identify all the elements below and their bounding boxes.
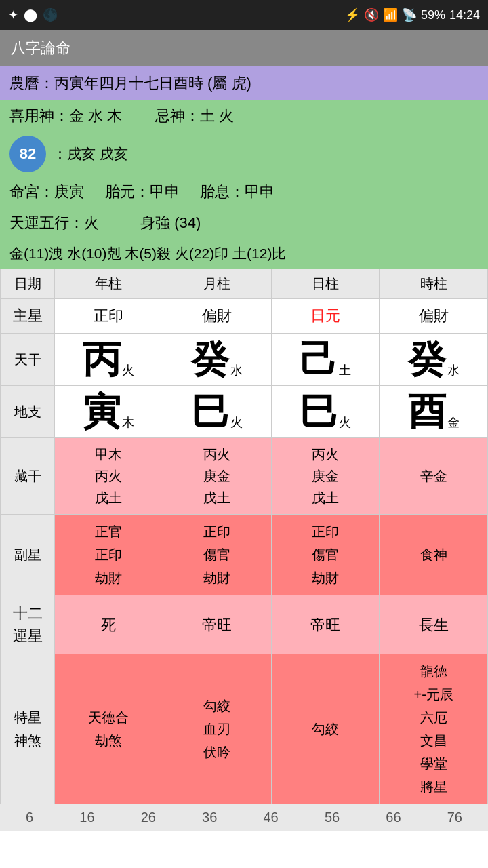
dizhi-yue: 巳 火 bbox=[163, 386, 271, 438]
dizhi-ri-char: 巳 bbox=[300, 393, 338, 431]
dizhi-row: 地支 寅 木 巳 火 巳 火 bbox=[1, 386, 488, 438]
texing-shi: 龍德 +-元辰 六厄 文昌 學堂 將星 bbox=[380, 654, 488, 804]
nayin-section: 82 ：戌亥 戌亥 bbox=[0, 132, 488, 176]
yunxing-nian: 死 bbox=[55, 595, 163, 654]
face-icon: 🌑 bbox=[43, 7, 58, 22]
tianyun-text: 天運五行：火 bbox=[9, 214, 99, 231]
yunxing-ri: 帝旺 bbox=[271, 595, 380, 654]
lunar-date-section: 農曆：丙寅年四月十七日酉時 (屬 虎) bbox=[0, 66, 488, 100]
texing-ri: 勾絞 bbox=[271, 654, 380, 804]
tiangan-ri-char: 己 bbox=[300, 340, 338, 378]
header-nianzhu: 年柱 bbox=[55, 269, 163, 299]
bluetooth-icon: ⚡ bbox=[345, 7, 360, 22]
texing-row: 特星 神煞 天德合 劫煞 勾絞 血刃 伏吟 勾絞 龍德 +-元辰 六厄 文昌 學… bbox=[1, 654, 488, 804]
zhuxing-nian: 正印 bbox=[55, 299, 163, 334]
tiangan-row: 天干 丙 火 癸 水 己 土 bbox=[1, 334, 488, 386]
xiyong-section: 喜用神：金 水 木 忌神：土 火 bbox=[0, 100, 488, 132]
bottom-num-4: 46 bbox=[264, 810, 279, 825]
tiangan-shi-char: 癸 bbox=[408, 340, 446, 378]
label-fuxing: 副星 bbox=[1, 515, 55, 595]
texing-nian: 天德合 劫煞 bbox=[55, 654, 163, 804]
dizhi-nian-char: 寅 bbox=[83, 393, 121, 431]
fiveelements-text: 金(11)洩 水(10)剋 木(5)殺 火(22)印 土(12)比 bbox=[9, 245, 286, 261]
dizhi-nian: 寅 木 bbox=[55, 386, 163, 438]
fuxing-shi: 食神 bbox=[380, 515, 488, 595]
minggong-section: 命宮：庚寅 胎元：甲申 胎息：甲申 bbox=[0, 176, 488, 208]
star-icon: ✦ bbox=[8, 7, 18, 22]
fiveelements-section: 金(11)洩 水(10)剋 木(5)殺 火(22)印 土(12)比 bbox=[0, 239, 488, 269]
shengqiang-text: 身強 (34) bbox=[140, 214, 201, 231]
battery-text: 59% bbox=[421, 8, 445, 22]
tiangan-shi-sub: 水 bbox=[447, 362, 460, 378]
app-title: 八字論命 bbox=[11, 38, 70, 58]
zhuxing-shi: 偏財 bbox=[380, 299, 488, 334]
bottom-num-3: 36 bbox=[202, 810, 217, 825]
label-dizhi: 地支 bbox=[1, 386, 55, 438]
bottom-num-7: 76 bbox=[447, 810, 462, 825]
yunxing-row: 十二 運星 死 帝旺 帝旺 長生 bbox=[1, 595, 488, 654]
bottom-num-1: 16 bbox=[79, 810, 94, 825]
dizhi-shi-sub: 金 bbox=[447, 414, 460, 431]
yunxing-shi: 長生 bbox=[380, 595, 488, 654]
tiangan-shi: 癸 水 bbox=[380, 334, 488, 386]
header-riqi: 日期 bbox=[1, 269, 55, 299]
header-rizhu: 日柱 bbox=[271, 269, 380, 299]
zhuxing-row: 主星 正印 偏財 日元 偏財 bbox=[1, 299, 488, 334]
tianyun-section: 天運五行：火 身強 (34) bbox=[0, 208, 488, 239]
tiangan-nian: 丙 火 bbox=[55, 334, 163, 386]
minggong-text: 命宮：庚寅 bbox=[9, 183, 84, 200]
taixi-text: 胎息：甲申 bbox=[200, 183, 274, 200]
clock: 14:24 bbox=[449, 8, 480, 22]
label-zanggan: 藏干 bbox=[1, 438, 55, 515]
dizhi-ri-sub: 火 bbox=[339, 414, 351, 431]
tiangan-nian-sub: 火 bbox=[122, 362, 134, 378]
taiyuan-text: 胎元：甲申 bbox=[105, 183, 180, 200]
score-badge: 82 bbox=[9, 136, 46, 172]
xiyong-text: 喜用神：金 水 木 bbox=[9, 107, 122, 124]
fuxing-yue: 正印 傷官 劫財 bbox=[163, 515, 271, 595]
table-header-row: 日期 年柱 月柱 日柱 時柱 bbox=[1, 269, 488, 299]
nayin-text: ：戌亥 戌亥 bbox=[53, 144, 128, 163]
zhuxing-yue: 偏財 bbox=[163, 299, 271, 334]
zanggan-ri: 丙火 庚金 戊土 bbox=[271, 438, 380, 515]
dizhi-ri: 巳 火 bbox=[271, 386, 380, 438]
label-texing: 特星 神煞 bbox=[1, 654, 55, 804]
bottom-numbers-row: 6 16 26 36 46 56 66 76 bbox=[0, 804, 488, 831]
lunar-date-text: 農曆：丙寅年四月十七日酉時 (屬 虎) bbox=[9, 75, 251, 92]
tiangan-yue: 癸 水 bbox=[163, 334, 271, 386]
zanggan-row: 藏干 甲木 丙火 戊土 丙火 庚金 戊土 丙火 庚金 戊土 辛金 bbox=[1, 438, 488, 515]
dizhi-yue-char: 巳 bbox=[191, 393, 229, 431]
signal-icon: 📡 bbox=[402, 7, 417, 22]
zanggan-nian: 甲木 丙火 戊土 bbox=[55, 438, 163, 515]
dizhi-shi-char: 酉 bbox=[408, 393, 446, 431]
label-zhuxing: 主星 bbox=[1, 299, 55, 334]
fuxing-row: 副星 正官 正印 劫財 正印 傷官 劫財 正印 傷官 劫財 食神 bbox=[1, 515, 488, 595]
jishen-text: 忌神：土 火 bbox=[155, 107, 234, 124]
tiangan-yue-char: 癸 bbox=[191, 340, 229, 378]
bottom-num-6: 66 bbox=[386, 810, 401, 825]
label-yunxing: 十二 運星 bbox=[1, 595, 55, 654]
zhuxing-ri: 日元 bbox=[271, 299, 380, 334]
tiangan-ri-sub: 土 bbox=[339, 362, 351, 378]
texing-yue: 勾絞 血刃 伏吟 bbox=[163, 654, 271, 804]
status-left: ✦ ⬤ 🌑 bbox=[8, 7, 58, 22]
header-yuezhu: 月柱 bbox=[163, 269, 271, 299]
title-bar: 八字論命 bbox=[0, 30, 488, 66]
header-shizhu: 時柱 bbox=[380, 269, 488, 299]
tiangan-nian-char: 丙 bbox=[83, 340, 121, 378]
label-tiangan: 天干 bbox=[1, 334, 55, 386]
zanggan-yue: 丙火 庚金 戊土 bbox=[163, 438, 271, 515]
bottom-num-0: 6 bbox=[26, 810, 33, 825]
bottom-num-5: 56 bbox=[325, 810, 340, 825]
tiangan-yue-sub: 水 bbox=[230, 362, 243, 378]
wifi-icon: 📶 bbox=[383, 7, 398, 22]
dizhi-nian-sub: 木 bbox=[122, 414, 134, 431]
mute-icon: 🔇 bbox=[364, 7, 379, 22]
tiangan-ri: 己 土 bbox=[271, 334, 380, 386]
dizhi-shi: 酉 金 bbox=[380, 386, 488, 438]
zanggan-shi: 辛金 bbox=[380, 438, 488, 515]
bottom-num-2: 26 bbox=[141, 810, 156, 825]
circle-icon: ⬤ bbox=[24, 7, 37, 22]
yunxing-yue: 帝旺 bbox=[163, 595, 271, 654]
bazi-table: 日期 年柱 月柱 日柱 時柱 主星 正印 偏財 日元 偏財 天干 丙 火 癸 bbox=[0, 269, 488, 804]
